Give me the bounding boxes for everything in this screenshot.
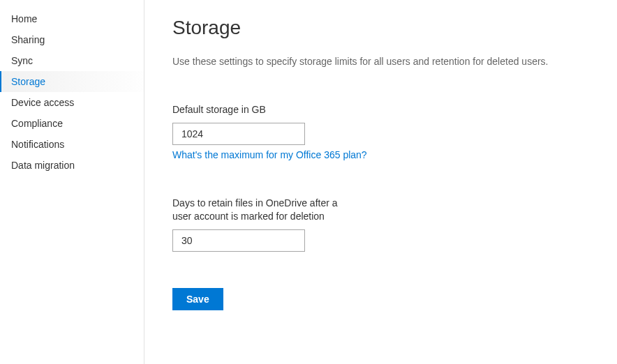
sidebar-item-data-migration[interactable]: Data migration <box>0 155 144 176</box>
sidebar-item-notifications[interactable]: Notifications <box>0 134 144 155</box>
sidebar: Home Sharing Sync Storage Device access … <box>0 0 144 364</box>
sidebar-item-sharing[interactable]: Sharing <box>0 29 144 50</box>
save-button[interactable]: Save <box>172 288 223 310</box>
default-storage-group: Default storage in GB What's the maximum… <box>172 103 589 160</box>
max-plan-link[interactable]: What's the maximum for my Office 365 pla… <box>172 149 367 160</box>
main-content: Storage Use these settings to specify st… <box>144 0 617 364</box>
sidebar-item-sync[interactable]: Sync <box>0 50 144 71</box>
sidebar-item-device-access[interactable]: Device access <box>0 92 144 113</box>
default-storage-label: Default storage in GB <box>172 103 340 117</box>
sidebar-item-compliance[interactable]: Compliance <box>0 113 144 134</box>
retain-days-label: Days to retain files in OneDrive after a… <box>172 197 340 224</box>
retain-days-input[interactable] <box>172 229 305 252</box>
page-description: Use these settings to specify storage li… <box>172 56 589 67</box>
page-title: Storage <box>172 17 589 39</box>
default-storage-input[interactable] <box>172 123 305 145</box>
retain-days-group: Days to retain files in OneDrive after a… <box>172 197 589 252</box>
sidebar-item-home[interactable]: Home <box>0 8 144 29</box>
sidebar-item-storage[interactable]: Storage <box>0 71 144 92</box>
